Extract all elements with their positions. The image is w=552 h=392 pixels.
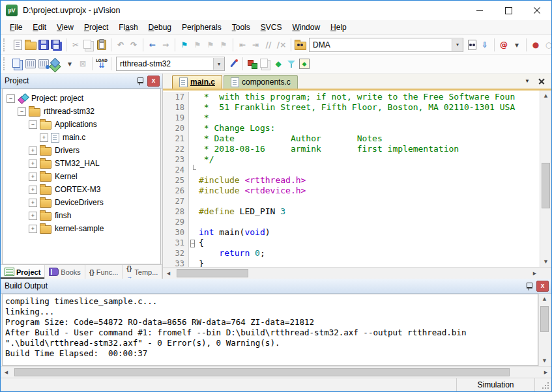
editor-vertical-scrollbar[interactable]: ▲ ▼ [540,91,551,267]
build-output-horizontal-scrollbar[interactable]: ◀ ▶ [1,366,551,378]
code-line[interactable]: 32 return 0; [163,248,540,259]
scroll-left-icon[interactable]: ◀ [163,268,174,279]
editor-horizontal-scrollbar[interactable]: ◀ ▶ [163,267,551,279]
menu-peripherals[interactable]: Peripherals [177,21,227,33]
redo-icon[interactable]: ↷ [127,38,140,52]
find-icon[interactable] [465,38,478,52]
tree-item-stm32-hal[interactable]: +STM32_HAL [3,157,160,170]
line-number[interactable]: 22 [163,144,189,154]
editor-tab-components-c[interactable]: components.c [224,75,298,89]
incremental-find-icon[interactable]: ⇩ [478,38,491,52]
plus-expander[interactable]: + [29,212,37,220]
tab-books[interactable]: Books [45,265,85,279]
close-button[interactable] [523,1,551,20]
code-line[interactable]: 30int main(void) [163,227,540,238]
insert-bookmark-icon[interactable]: ⚑ [178,38,191,52]
translate-icon[interactable] [11,57,24,71]
minus-expander[interactable]: − [18,107,26,116]
tree-item-drivers[interactable]: +Drivers [3,144,160,157]
line-number[interactable]: 31 [163,238,189,248]
code-line[interactable]: 31−{ [163,238,540,248]
find-in-files-icon[interactable] [294,38,307,52]
scroll-down-icon[interactable]: ▼ [540,257,551,267]
menu-edit[interactable]: Edit [27,21,51,33]
scrollbar-thumb[interactable] [540,306,549,332]
tree-item-applications[interactable]: −Applications [3,118,160,131]
build-output-vertical-scrollbar[interactable]: ▲ ▼ [538,294,550,366]
editor-tab-main-c[interactable]: main.c [172,75,222,89]
fold-open-icon[interactable]: − [189,238,197,248]
tab-project[interactable]: Project [1,265,45,279]
menu-flash[interactable]: Flash [113,21,143,33]
code-line[interactable]: 19 * [163,113,540,123]
search-combo[interactable]: DMA▾ [309,38,463,52]
toolbar-grip[interactable] [3,38,7,51]
open-folder-icon[interactable] [24,38,37,52]
plus-expander[interactable]: + [29,199,37,207]
minus-expander[interactable]: − [7,94,15,103]
line-number[interactable]: 26 [163,186,189,196]
tree-item-project-project[interactable]: −Project: project [3,92,160,105]
line-number[interactable]: 28 [163,206,189,217]
scroll-right-icon[interactable]: ▶ [540,367,551,378]
scroll-up-icon[interactable]: ▲ [539,294,550,304]
next-bookmark-icon[interactable]: ⚑ [204,38,217,52]
cut-icon[interactable]: ✂ [69,38,82,52]
plus-expander[interactable]: + [29,173,37,181]
stop-build-icon[interactable]: ⊠ [76,57,89,71]
line-number[interactable]: 20 [163,123,189,133]
tab-temp[interactable]: Temp... [123,265,162,279]
plus-expander[interactable]: + [40,133,48,142]
download-icon[interactable]: LOAD⇊ [95,57,108,71]
tree-item-finsh[interactable]: +finsh [3,209,160,222]
code-line[interactable]: 27 [163,196,540,206]
code-line[interactable]: 33} [163,259,540,267]
pin-icon[interactable] [526,282,532,290]
batch-build-dropdown-icon[interactable]: ▾ [63,57,76,71]
code-line[interactable]: 28#define LED_PIN 3 [163,206,540,217]
code-line[interactable]: 26#include <rtdevice.h> [163,186,540,196]
copy-groups-icon[interactable] [259,57,272,71]
previous-bookmark-icon[interactable]: ⚑ [191,38,204,52]
tab-func[interactable]: Func... [85,265,123,279]
line-number[interactable]: 17 [163,92,189,102]
toolbar-grip[interactable] [3,57,7,70]
navigate-back-icon[interactable]: ← [146,38,159,52]
target-combo[interactable]: rtthread-stm32▾ [116,57,225,71]
scroll-left-icon[interactable]: ◀ [1,367,12,378]
unindent-icon[interactable]: ⇤ [236,38,249,52]
find-dropdown-icon[interactable]: ▾ [510,38,523,52]
chevron-down-icon[interactable]: ▾ [452,39,463,51]
line-number[interactable]: 29 [163,217,189,227]
build-output-text[interactable]: compiling timeslice_sample.c...linking..… [2,294,538,366]
tree-item-devicedrivers[interactable]: +DeviceDrivers [3,196,160,209]
resize-grip[interactable] [534,378,551,391]
tree-item-kernel[interactable]: +Kernel [3,170,160,183]
plus-expander[interactable]: + [29,225,37,233]
line-number[interactable]: 19 [163,113,189,123]
select-software-packs-icon[interactable] [285,57,298,71]
undo-icon[interactable]: ↶ [114,38,127,52]
line-number[interactable]: 32 [163,248,189,259]
tree-item-rtthread-stm32[interactable]: −rtthread-stm32 [3,105,160,118]
code-line[interactable]: 29 [163,217,540,227]
line-number[interactable]: 21 [163,133,189,144]
menu-project[interactable]: Project [79,21,113,33]
code-line[interactable]: 23 */ [163,154,540,165]
code-line[interactable]: 17 * with this program; if not, write to… [163,92,540,102]
uncomment-selection-icon[interactable]: /× [275,38,288,52]
find-in-files-dialog-icon[interactable]: @ [497,38,510,52]
menu-view[interactable]: View [51,21,79,33]
build-icon[interactable] [24,57,37,71]
code-line[interactable]: 24 [163,165,540,175]
scrollbar-thumb[interactable] [542,163,550,208]
fold-end-icon[interactable] [189,165,197,175]
save-icon[interactable] [37,38,50,52]
build-output-close-button[interactable]: x [536,281,549,292]
plus-expander[interactable]: + [29,147,37,155]
manage-project-items-icon[interactable] [246,57,259,71]
menu-tools[interactable]: Tools [227,21,255,33]
navigate-forward-icon[interactable]: → [159,38,172,52]
project-panel-close-button[interactable]: x [147,76,160,87]
line-number[interactable]: 27 [163,196,189,206]
